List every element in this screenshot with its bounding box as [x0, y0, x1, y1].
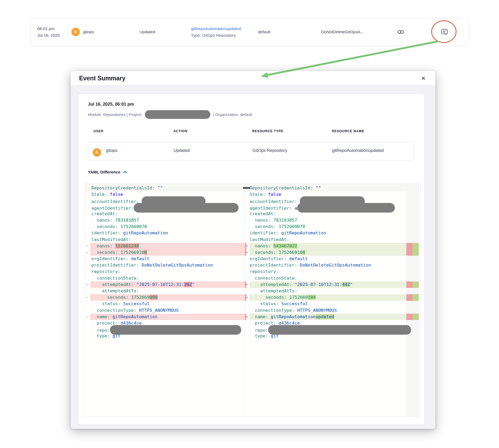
diff-gutter — [85, 301, 91, 307]
diff-line: identifier: gitRepoAutomation — [85, 230, 245, 236]
annotation-arrow-shaft — [267, 42, 437, 75]
diff-gutter-del-sign: − — [85, 294, 91, 301]
diff-gutter-ins-sign: + — [245, 243, 250, 249]
diff-gutter — [85, 333, 91, 339]
event-summary-note-icon[interactable] — [440, 18, 449, 45]
close-icon[interactable]: ✕ — [420, 75, 427, 82]
diff-line: RepositoryCredentialsId: "" — [245, 185, 407, 191]
diff-line: seconds: 1752669070 — [245, 223, 407, 230]
diff-line: orgIdentifier: default — [245, 256, 407, 262]
event-table-headers: USER ACTION RESOURCE TYPE RESOURCE NAME — [79, 129, 424, 135]
scrollbar-thumb[interactable] — [243, 187, 250, 189]
audit-date: Jul 16, 2025 — [37, 33, 60, 38]
diff-gutter — [245, 198, 250, 204]
diff-gutter — [85, 211, 91, 217]
diff-gutter — [245, 204, 250, 211]
diff-gutter — [85, 268, 91, 275]
diff-line: connectionType: HTTPS_ANONYMOUS — [245, 307, 407, 314]
avatar: G — [93, 148, 101, 157]
link-chain-icon[interactable] — [396, 18, 405, 45]
diff-line: identifier: gitRepoAutomation — [245, 230, 407, 236]
diff-gutter — [245, 237, 250, 243]
diff-line: lastModifiedAt: — [85, 237, 245, 243]
diff-line: projectIdentifier: DoNotDeleteGitOpsAuto… — [245, 262, 407, 268]
diff-line: connectionState: — [85, 275, 245, 281]
diff-line: repository: — [245, 268, 407, 275]
redacted-value — [297, 203, 395, 213]
context-module-project: Module: Repositories | Project: — [88, 112, 142, 117]
diff-gutter — [245, 326, 250, 333]
yaml-difference-toggle[interactable]: YAML Difference — [88, 170, 127, 175]
resource-name-link[interactable]: gitRepoAutomationupdated — [191, 26, 241, 31]
screen: 06:01 pm Jul 16, 2025 G gitops Updated g… — [0, 0, 499, 448]
modal-title: Event Summary — [79, 71, 125, 85]
ruler-mark-inserted — [412, 281, 419, 288]
audit-user-name: gitops — [83, 30, 94, 34]
diff-gutter — [245, 211, 250, 217]
diff-line: repo: — [85, 326, 245, 333]
diff-line: nanos: 783183857 — [85, 217, 245, 223]
event-context-line: Module: Repositories | Project: | Organi… — [88, 109, 252, 120]
diff-gutter-del-sign: − — [85, 249, 91, 256]
row-action: Updated — [174, 148, 190, 153]
diff-line: connectionState: — [245, 275, 407, 281]
diff-gutter — [245, 301, 250, 307]
diff-line: attemptedAtTs: — [85, 288, 245, 294]
diff-gutter — [245, 256, 250, 262]
event-timestamp: Jul 16, 2025, 06:01 pm — [88, 102, 134, 107]
diff-gutter — [85, 198, 91, 204]
diff-gutter — [85, 256, 91, 262]
diff-line: agentIdentifier: a — [245, 204, 407, 211]
diff-gutter — [85, 262, 91, 268]
diff-gutter-ins-sign: + — [245, 281, 250, 288]
diff-gutter — [85, 275, 91, 281]
col-header-action: ACTION — [173, 129, 187, 133]
diff-line: projectIdentifier: DoNotDeleteGitOpsAuto… — [85, 262, 245, 268]
diff-line: +name: gitRepoAutomationupdated — [245, 314, 407, 320]
diff-gutter-ins-sign: + — [245, 294, 250, 301]
diff-line: connectionType: HTTPS_ANONYMOUS — [85, 307, 245, 314]
diff-gutter — [85, 326, 91, 333]
event-table-row: G gitops Updated GitOps Repository gitRe… — [88, 142, 414, 160]
redacted-value — [134, 203, 239, 213]
audit-organization: default — [258, 18, 271, 45]
diff-gutter — [85, 185, 91, 191]
diff-line: status: Successful — [245, 301, 407, 307]
modal-body: Jul 16, 2025, 06:01 pm Module: Repositor… — [71, 85, 435, 429]
diff-gutter — [245, 262, 250, 268]
avatar: G — [71, 28, 80, 36]
row-user: gitops — [106, 148, 117, 153]
event-summary-modal: Event Summary ✕ Jul 16, 2025, 06:01 pm M… — [71, 71, 435, 429]
diff-line: nanos: 783183857 — [245, 217, 407, 223]
diff-gutter-ins-sign: + — [245, 249, 250, 256]
diff-line: repository: — [85, 268, 245, 275]
diff-line: repo: — [245, 326, 407, 333]
diff-gutter — [245, 230, 250, 236]
diff-line: −attemptedAt: "2025-07-16T12:31:39Z" — [85, 281, 245, 288]
ruler-mark-deleted — [406, 281, 412, 288]
ruler-mark-deleted — [406, 243, 412, 256]
yaml-diff-editor: RepositoryCredentialsId: ""Stale: falsea… — [85, 184, 421, 417]
diff-gutter-ins-sign: + — [245, 314, 250, 320]
audit-resource: gitRepoAutomationupdated Type: GitOps Re… — [191, 18, 241, 45]
audit-log-row[interactable]: 06:01 pm Jul 16, 2025 G gitops Updated g… — [30, 18, 469, 46]
diff-gutter — [245, 217, 250, 223]
diff-line: orgIdentifier: default — [85, 256, 245, 262]
diff-pane-modified: RepositoryCredentialsId: ""Stale: falsea… — [245, 184, 407, 416]
col-header-user: USER — [93, 129, 104, 133]
diff-line: +nanos: 543467022 — [245, 243, 407, 249]
diff-gutter-del-sign: − — [85, 281, 91, 288]
diff-gutter — [85, 288, 91, 294]
diff-line: +attemptedAt: "2025-07-16T12:31:44Z" — [245, 281, 407, 288]
diff-gutter — [85, 230, 91, 236]
redacted-value — [268, 325, 411, 335]
audit-project: DoNotDeleteGitOpsA... — [321, 18, 364, 45]
ruler-mark-deleted — [406, 294, 412, 301]
diff-line: seconds: 1752669070 — [85, 223, 245, 230]
diff-line: RepositoryCredentialsId: "" — [85, 185, 245, 191]
row-resource-type: GitOps Repository — [252, 148, 287, 153]
diff-line: −seconds: 1752669099 — [85, 294, 245, 301]
diff-gutter — [85, 320, 91, 326]
diff-line: status: Successful — [85, 301, 245, 307]
diff-gutter — [85, 223, 91, 230]
